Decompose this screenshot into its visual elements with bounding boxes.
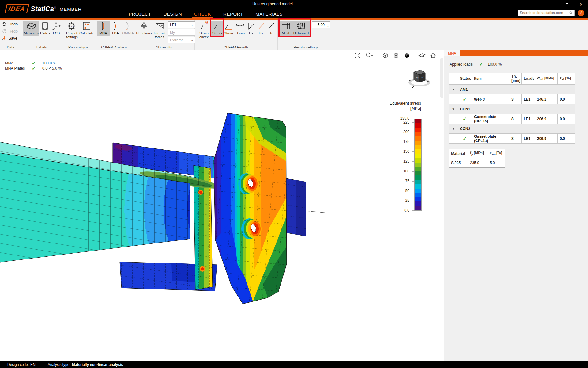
uy-button[interactable]: Uy (256, 21, 266, 36)
viewport-toolbar (354, 52, 436, 59)
mna-plates-status-value: 0.0 < 5.0 % (42, 66, 62, 71)
undo-button[interactable]: Undo (2, 21, 18, 27)
ribbon-group-cbfem-results: % Strain check Stress (195, 20, 278, 50)
applied-loads-value: 100.0 % (488, 62, 502, 67)
clip-plane-icon[interactable] (418, 52, 426, 59)
usum-button[interactable]: Usum (234, 21, 246, 36)
home-view-icon[interactable] (430, 52, 436, 59)
table-group-row[interactable]: ▼ CON2 (449, 124, 575, 134)
design-code-label: Design code: (7, 362, 29, 367)
component-select[interactable]: My ⌄ (168, 29, 195, 36)
idea-logo-text: IDEA (8, 5, 26, 13)
extreme-select[interactable]: Extreme ⌄ (168, 37, 195, 43)
legend-title: Equivalent stress [MPa] (345, 101, 422, 111)
tab-design[interactable]: DESIGN (164, 11, 182, 17)
tab-mna[interactable]: MNA (444, 50, 460, 56)
ribbon: Undo Redo Save (0, 20, 588, 50)
mna-icon (100, 21, 106, 31)
wireframe-view-icon[interactable] (382, 52, 389, 59)
save-button[interactable]: Save (2, 35, 18, 41)
statica-logo-text: StatiCa® (31, 5, 56, 13)
results-table-header: Status Item Th. [mm] Loads σEd [MPa] εPl… (449, 73, 575, 85)
table-row[interactable]: ✓ Gusset plate (CPL1a) 8 LE1 206.9 0.0 (449, 114, 575, 124)
tab-check[interactable]: CHECK (194, 11, 211, 17)
results-table: Status Item Th. [mm] Loads σEd [MPa] εPl… (449, 73, 575, 144)
deformation-scale-spinner[interactable]: 5.00 ⌃ ⌄ (312, 21, 330, 28)
project-settings-button[interactable]: </> Project settings (64, 21, 79, 40)
rotate-view-icon[interactable] (364, 52, 374, 59)
restore-button[interactable] (560, 0, 574, 9)
uy-icon (257, 21, 265, 31)
chevron-down-icon: ⌄ (191, 39, 193, 42)
toolbar-separator (414, 53, 414, 58)
design-code-value: EN (30, 362, 36, 367)
search-input[interactable] (518, 11, 569, 15)
fit-view-icon[interactable] (354, 52, 360, 59)
gmnia-button[interactable]: GMNIA (121, 21, 135, 36)
search-box[interactable] (518, 10, 575, 16)
collapse-triangle-icon[interactable]: ▼ (449, 104, 458, 114)
plate-icon (42, 21, 48, 31)
table-group-row[interactable]: ▼ AM1 (449, 85, 575, 94)
shaded-view-icon[interactable] (393, 52, 399, 59)
stress-button[interactable]: Stress (211, 21, 223, 36)
reactions-icon (140, 21, 148, 31)
members-button[interactable]: Members (23, 21, 39, 36)
mna-button[interactable]: MNA (97, 21, 110, 36)
spinner-arrows[interactable]: ⌃ ⌄ (326, 22, 330, 27)
plates-button[interactable]: Plates (39, 21, 51, 36)
internal-forces-icon (155, 21, 164, 31)
lba-button[interactable]: LBA (110, 21, 121, 36)
gmnia-icon (125, 21, 131, 31)
table-row[interactable]: ✓ Web 3 3 LE1 146.2 0.0 (449, 94, 575, 104)
view-cube[interactable]: +Y -X (405, 67, 434, 90)
strain-check-button[interactable]: % Strain check (197, 21, 211, 40)
check-icon: ✓ (458, 134, 472, 144)
internal-forces-button[interactable]: Internal forces (152, 21, 167, 40)
strain-button[interactable]: Strain (223, 21, 234, 36)
info-button[interactable]: i (578, 10, 584, 16)
collapse-triangle-icon[interactable]: ▼ (449, 124, 458, 134)
app-window: Unstrengthened model – ✕ IDEA StatiCa® M… (0, 0, 588, 368)
table-row[interactable]: ✓ Gusset plate (CPL1a) 8 LE1 206.9 0.0 (449, 134, 575, 144)
uz-button[interactable]: Uz (266, 21, 276, 36)
check-icon: ✓ (458, 114, 472, 124)
lba-icon (113, 21, 118, 31)
tab-report[interactable]: REPORT (223, 11, 243, 17)
minimize-button[interactable]: – (547, 0, 560, 9)
close-button[interactable]: ✕ (574, 0, 588, 9)
app-logo: IDEA StatiCa® MEMBER (6, 4, 81, 13)
restore-icon (566, 3, 569, 6)
analysis-type-value: Materially non-linear analysis (72, 362, 123, 367)
spinner-down-icon[interactable]: ⌄ (327, 25, 329, 27)
mesh-button[interactable]: Mesh (280, 21, 292, 36)
idea-logo-box: IDEA (4, 4, 29, 13)
panel-splitter[interactable] (440, 58, 443, 98)
reactions-button[interactable]: Reactions (136, 21, 152, 36)
calculate-button[interactable]: Calculate (79, 21, 94, 36)
ux-button[interactable]: Ux (246, 21, 256, 36)
spinner-up-icon[interactable]: ⌃ (327, 22, 329, 25)
svg-text:+Y: +Y (416, 76, 419, 79)
ribbon-group-data: Undo Redo Save (0, 20, 21, 50)
tab-project[interactable]: PROJECT (129, 11, 151, 17)
svg-text:-X: -X (421, 76, 424, 79)
redo-button[interactable]: Redo (2, 28, 18, 34)
window-title: Unstrengthened model (0, 2, 545, 6)
material-table-row[interactable]: S 235 235.0 5.0 (449, 158, 505, 167)
tab-materials[interactable]: MATERIALS (255, 11, 282, 17)
check-icon: ✓ (479, 61, 483, 67)
legend-bar (414, 119, 422, 211)
chevron-down-icon: ⌄ (191, 23, 193, 26)
table-group-row[interactable]: ▼ CON1 (449, 104, 575, 114)
usum-icon (236, 21, 245, 31)
strain-icon (224, 21, 233, 31)
stress-legend: Equivalent stress [MPa] 235.022520017515… (345, 101, 422, 211)
3d-viewport[interactable]: MNA ✓ 100.0 % MNA Plates ✓ 0.0 < 5.0 % (0, 50, 444, 361)
deformed-button[interactable]: Deformed (292, 21, 310, 36)
collapse-triangle-icon[interactable]: ▼ (449, 85, 458, 94)
solid-view-icon[interactable] (403, 52, 410, 59)
load-case-select[interactable]: LE1 ⌄ (168, 21, 195, 28)
result-combos: LE1 ⌄ My ⌄ Extreme ⌄ (168, 21, 195, 43)
lcs-button[interactable]: LCS (51, 21, 62, 36)
